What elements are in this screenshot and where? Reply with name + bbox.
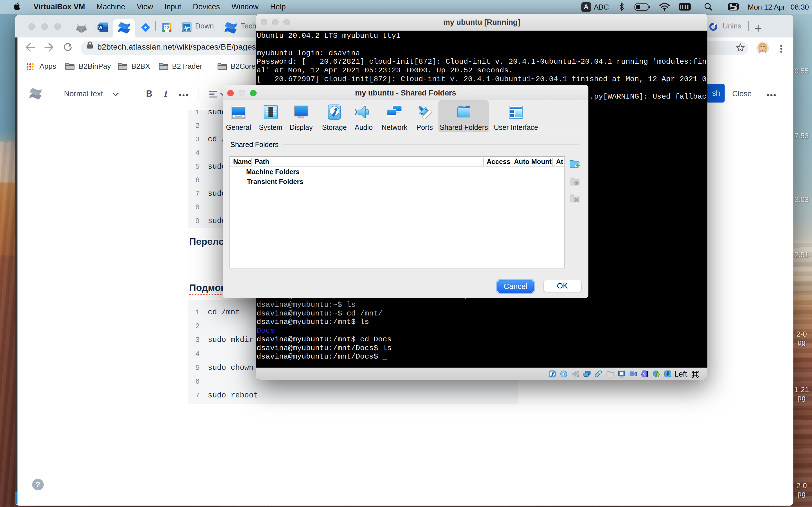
svg-text:12: 12 xyxy=(165,25,169,30)
svg-text:V: V xyxy=(643,372,646,376)
svg-text:W: W xyxy=(98,25,102,30)
